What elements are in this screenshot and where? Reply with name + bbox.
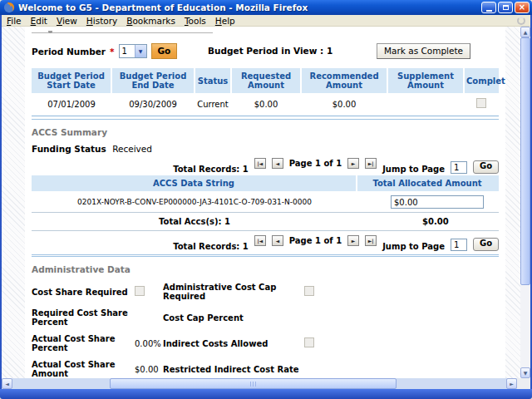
jump-to-page-input[interactable] — [451, 239, 467, 251]
col-header-status: Status — [195, 68, 231, 93]
field-label: Cost Share Required — [32, 288, 135, 297]
accs-summary-title: ACCS Summary — [32, 127, 499, 137]
field-label: Cost Cap Percent — [163, 313, 304, 323]
field-label: Required Cost Share Percent — [32, 308, 135, 327]
vertical-scrollbar[interactable]: ▲ ▼ — [520, 27, 530, 378]
divider — [32, 254, 499, 257]
col-header-supplement: Supplement Amount — [387, 68, 464, 93]
menu-view[interactable]: View — [57, 16, 77, 26]
divider — [32, 119, 499, 120]
throbber-icon — [517, 17, 525, 25]
budget-period-in-view: Budget Period in View : 1 — [208, 46, 332, 56]
scroll-left-icon[interactable]: ◄ — [2, 378, 12, 389]
first-page-button[interactable]: |◄ — [254, 235, 266, 246]
minimize-icon — [486, 10, 492, 12]
firefox-window: Welcome to G5 - Department of Education … — [0, 0, 532, 399]
accs-pagination-bottom: Total Records: 1 |◄ ◄ Page 1 of 1 ► ►| J… — [32, 233, 499, 251]
menu-tools[interactable]: Tools — [185, 16, 206, 26]
accs-total-row: Total Accs(s): 1 $0.00 — [32, 212, 499, 231]
field-label: Administrative Cost Cap Required — [163, 283, 304, 301]
menu-help[interactable]: Help — [215, 16, 235, 26]
cell-status: Current — [195, 93, 231, 116]
scroll-up-icon[interactable]: ▲ — [520, 27, 530, 37]
jump-to-page-label: Jump to Page — [382, 242, 445, 251]
field-label: Restricted Indirect Cost Rate — [163, 365, 304, 374]
col-header-complete: Complete — [464, 68, 499, 93]
clipped-text-fragment — [48, 31, 52, 33]
scrollbar-corner — [517, 378, 530, 389]
previous-page-button[interactable]: ◄ — [272, 158, 283, 169]
period-number-value: 1 — [120, 45, 135, 57]
vertical-scroll-thumb[interactable] — [520, 37, 530, 285]
field-label: Actual Cost Share Amount — [32, 360, 135, 378]
period-number-select[interactable]: 1 ▼ — [119, 44, 147, 58]
table-row: 07/01/2009 09/30/2009 Current $0.00 $0.0… — [32, 93, 499, 116]
funding-status-row: Funding Status Received — [32, 144, 499, 154]
cell-end-date: 09/30/2009 — [111, 93, 195, 116]
accs-row: 0201X-NOYR-B-CONV-EP000000-JA3-4101C-O-7… — [32, 191, 499, 212]
cost-share-required-checkbox — [135, 286, 145, 296]
col-header-total-allocated: Total Allocated Amount — [357, 175, 497, 191]
scroll-right-icon[interactable]: ► — [506, 378, 517, 389]
budget-periods-table: Budget Period Start Date Budget Period E… — [32, 68, 499, 116]
menu-history[interactable]: History — [86, 16, 117, 26]
title-bar: Welcome to G5 - Department of Education … — [0, 0, 532, 15]
first-page-button[interactable]: |◄ — [254, 158, 266, 169]
cell-recommended: $0.00 — [301, 93, 387, 116]
complete-checkbox — [476, 98, 486, 108]
last-page-button[interactable]: ►| — [365, 158, 377, 169]
horizontal-scroll-thumb[interactable] — [110, 378, 397, 389]
menu-file[interactable]: File — [7, 16, 22, 26]
next-page-button[interactable]: ► — [347, 235, 359, 246]
menu-bookmarks[interactable]: Bookmarks — [126, 16, 175, 26]
col-header-start-date: Budget Period Start Date — [32, 68, 111, 93]
total-allocated-input[interactable] — [391, 195, 484, 209]
field-value: 0.00% — [135, 339, 163, 348]
period-go-button[interactable]: Go — [151, 43, 178, 59]
total-records-label: Total Records: 1 — [173, 242, 249, 251]
jump-to-page-input[interactable] — [451, 161, 467, 174]
restore-icon — [503, 5, 509, 10]
field-label: Actual Cost Share Percent — [32, 334, 135, 352]
period-selector-row: Period Number * 1 ▼ Go Budget Period in … — [32, 43, 499, 60]
last-page-button[interactable]: ►| — [365, 235, 377, 246]
horizontal-scrollbar[interactable]: ◄ ► — [2, 378, 530, 389]
col-header-accs-data-string: ACCS Data String — [32, 175, 357, 191]
next-page-button[interactable]: ► — [347, 158, 359, 169]
funding-status-value: Received — [112, 144, 152, 154]
funding-status-label: Funding Status — [32, 144, 106, 154]
menu-edit[interactable]: Edit — [31, 16, 47, 26]
previous-page-button[interactable]: ◄ — [272, 235, 283, 246]
cell-requested: $0.00 — [231, 93, 301, 116]
scroll-down-icon[interactable]: ▼ — [520, 367, 530, 378]
mark-as-complete-button[interactable]: Mark as Complete — [377, 43, 470, 59]
menu-bar: File Edit View History Bookmarks Tools H… — [2, 15, 530, 27]
admin-cost-cap-required-checkbox — [304, 286, 314, 296]
page-content: Period Number * 1 ▼ Go Budget Period in … — [25, 27, 505, 378]
window-title: Welcome to G5 - Department of Education … — [18, 2, 481, 12]
chevron-down-icon[interactable]: ▼ — [135, 45, 146, 57]
administrative-data-title: Administrative Data — [32, 264, 499, 274]
window-bottom-border — [0, 389, 532, 399]
close-button[interactable]: × — [515, 2, 530, 13]
cell-supplement — [387, 93, 464, 116]
jump-go-button[interactable]: Go — [473, 238, 499, 251]
total-accs-value: $0.00 — [357, 217, 497, 226]
field-label: Indirect Costs Allowed — [163, 339, 304, 348]
jump-go-button[interactable]: Go — [473, 160, 499, 174]
accs-pagination-top: Total Records: 1 |◄ ◄ Page 1 of 1 ► ►| J… — [32, 155, 499, 174]
required-asterisk: * — [110, 47, 115, 57]
col-header-end-date: Budget Period End Date — [111, 68, 195, 93]
restore-button[interactable] — [498, 2, 513, 13]
minimize-button[interactable] — [481, 2, 496, 13]
field-value: $0.00 — [135, 365, 163, 374]
period-number-label: Period Number — [32, 47, 106, 57]
accs-table: ACCS Data String Total Allocated Amount … — [32, 175, 499, 231]
administrative-data-grid: Cost Share Required Administrative Cost … — [32, 283, 499, 378]
indirect-costs-allowed-checkbox — [304, 337, 314, 347]
total-accs-label: Total Accs(s): 1 — [32, 217, 357, 226]
page-viewport: Period Number * 1 ▼ Go Budget Period in … — [2, 27, 530, 378]
page-indicator: Page 1 of 1 — [289, 236, 342, 245]
col-header-requested: Requested Amount — [231, 68, 301, 93]
page-indicator: Page 1 of 1 — [289, 159, 342, 168]
